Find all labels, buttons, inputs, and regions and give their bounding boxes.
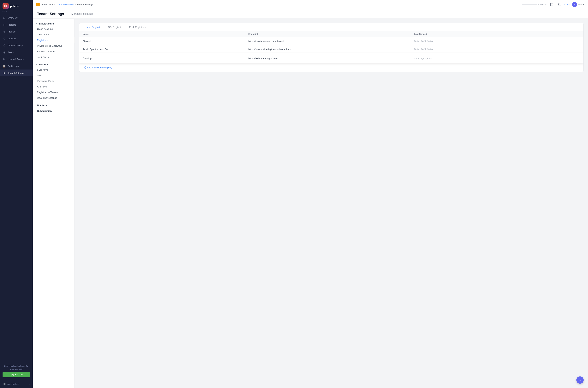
content-area: Tenant Settings Manage Registries ▼ Infr…: [33, 9, 588, 388]
help-fab-button[interactable]: [576, 376, 584, 384]
breadcrumb-admin-link[interactable]: Administration: [59, 3, 74, 6]
settings-nav-ssh-keys[interactable]: SSH Keys: [33, 67, 74, 73]
table-header-last-synced: Last Synced: [414, 33, 580, 35]
tab-oci-registries[interactable]: OCI Registries: [105, 23, 127, 31]
page-title: Tenant Settings: [37, 12, 64, 16]
settings-nav-backup-locations[interactable]: Backup Locations: [33, 49, 74, 54]
sidebar-item-users-teams[interactable]: Users & Teams: [0, 56, 33, 63]
sidebar-item-projects[interactable]: ◫ Projects: [0, 21, 33, 28]
profiles-icon: ◈: [2, 30, 6, 33]
chat-icon[interactable]: [549, 2, 554, 7]
page-header: Tenant Settings Manage Registries: [33, 9, 588, 19]
sidebar-footer: spectra cloud ‹: [0, 380, 33, 388]
sidebar: palette 4.5.3 ⊞ Overview ◫ Projects ◈ Pr…: [0, 0, 33, 388]
backup-locations-label: Backup Locations: [37, 50, 56, 53]
security-label: Security: [38, 63, 48, 66]
tab-helm-registries[interactable]: Helm Registries: [83, 23, 105, 31]
avatar-circle: JD: [572, 2, 577, 7]
platform-label: Platform: [37, 104, 47, 107]
breadcrumb-current: Tenant Settings: [77, 3, 93, 6]
sidebar-item-clusters-label: Clusters: [8, 37, 16, 40]
registries-label: Registries: [37, 39, 48, 42]
sidebar-item-tenant-settings-label: Tenant Settings: [8, 72, 24, 74]
ssh-keys-label: SSH Keys: [37, 68, 48, 71]
infrastructure-section-header[interactable]: ▼ Infrastructure: [33, 21, 74, 26]
registry-endpoint-spectro: https://spectrocloud.github.io/helm-char…: [248, 48, 414, 51]
add-circle-icon: +: [83, 66, 86, 69]
svg-point-3: [579, 379, 581, 381]
sidebar-item-tenant-settings[interactable]: ⚙ Tenant Settings: [0, 70, 33, 76]
sidebar-item-audit-logs[interactable]: 📋 Audit Logs: [0, 63, 33, 70]
registration-tokens-label: Registration Tokens: [37, 91, 58, 94]
topbar-right: 0/100KCh Docs JD User ▾: [522, 2, 584, 7]
cloud-rates-label: Cloud Rates: [37, 33, 50, 36]
settings-nav-password-policy[interactable]: Password Policy: [33, 78, 74, 84]
users-teams-icon: [2, 57, 6, 61]
table-row-datadog: Datadog https://helm.datadoghq.com Sync …: [79, 53, 584, 63]
sidebar-item-profiles-label: Profiles: [8, 30, 15, 33]
usage-bar-track: [522, 4, 537, 5]
tenant-settings-icon: ⚙: [2, 71, 6, 74]
add-new-label: Add New Helm Registry: [87, 66, 112, 69]
settings-nav-registration-tokens[interactable]: Registration Tokens: [33, 90, 74, 95]
datadog-more-button[interactable]: ⋮: [432, 56, 438, 61]
sidebar-item-clusters[interactable]: ⬡ Clusters: [0, 35, 33, 42]
tenant-selector[interactable]: T Tenant Admin ▾: [36, 3, 58, 6]
settings-nav-developer-settings[interactable]: Developer Settings: [33, 95, 74, 101]
private-cloud-gateways-label: Private Cloud Gateways: [37, 45, 62, 47]
password-policy-label: Password Policy: [37, 80, 54, 82]
logo-text: palette: [10, 4, 19, 8]
upgrade-button[interactable]: Upgrade now: [2, 372, 30, 377]
subscription-section-header[interactable]: › Subscription: [33, 108, 74, 113]
svg-point-0: [3, 58, 4, 59]
sidebar-item-overview[interactable]: ⊞ Overview: [0, 14, 33, 21]
settings-nav-sso[interactable]: SSO: [33, 73, 74, 78]
registry-synced-spectro: 20 Oct 2024, 20:00: [414, 48, 580, 51]
sidebar-item-profiles[interactable]: ◈ Profiles: [0, 28, 33, 35]
registry-sync-status-datadog: Sync in progress ⋮: [414, 56, 580, 61]
platform-section-header[interactable]: › Platform: [33, 102, 74, 108]
tabs-row: Helm Registries OCI Registries Pack Regi…: [79, 23, 584, 31]
sidebar-item-projects-label: Projects: [8, 24, 16, 26]
security-chevron: ▼: [36, 64, 37, 66]
settings-nav-cloud-accounts[interactable]: Cloud Accounts: [33, 26, 74, 32]
tenant-name: Tenant Admin: [41, 3, 55, 6]
overview-icon: ⊞: [2, 16, 6, 19]
tab-pack-registries[interactable]: Pack Registries: [126, 23, 148, 31]
subscription-chevron: ›: [36, 110, 36, 112]
version-badge: 4.5.3: [0, 10, 33, 14]
page-subtitle: Manage Registries: [72, 12, 93, 15]
add-new-helm-registry-row[interactable]: + Add New Helm Registry: [79, 63, 584, 72]
settings-nav-api-keys[interactable]: API Keys: [33, 84, 74, 90]
topbar: T Tenant Admin ▾ Administration / Tenant…: [33, 0, 588, 9]
breadcrumb: Administration / Tenant Settings: [59, 3, 93, 6]
registry-synced-bitnami: 20 Oct 2024, 20:00: [414, 40, 580, 43]
sidebar-item-roles[interactable]: ◉ Roles: [0, 49, 33, 56]
sidebar-item-audit-logs-label: Audit Logs: [8, 65, 19, 68]
api-keys-label: API Keys: [37, 85, 47, 88]
platform-chevron: ›: [36, 104, 36, 106]
user-avatar[interactable]: JD User ▾: [572, 2, 584, 7]
roles-icon: ◉: [2, 51, 6, 54]
settings-nav-audit-trails[interactable]: Audit Trails: [33, 54, 74, 60]
sidebar-item-cluster-groups[interactable]: ⬡ Cluster Groups: [0, 42, 33, 49]
table-header-endpoint: Endpoint: [248, 33, 414, 35]
infrastructure-label: Infrastructure: [38, 22, 54, 25]
docs-link[interactable]: Docs: [564, 3, 570, 6]
sidebar-logo: palette: [0, 0, 33, 10]
settings-nav-cloud-rates[interactable]: Cloud Rates: [33, 32, 74, 37]
projects-icon: ◫: [2, 23, 6, 26]
settings-nav-private-cloud-gateways[interactable]: Private Cloud Gateways: [33, 43, 74, 49]
cloud-accounts-label: Cloud Accounts: [37, 27, 53, 30]
table-row: Public Spectro Helm Repo https://spectro…: [79, 45, 584, 53]
audit-logs-icon: 📋: [2, 64, 6, 68]
bell-icon[interactable]: [557, 2, 562, 7]
settings-nav-registries[interactable]: Registries: [33, 37, 74, 43]
tenant-chevron: ▾: [56, 3, 58, 6]
sidebar-collapse-icon[interactable]: ‹: [29, 383, 30, 386]
security-section-header[interactable]: ▼ Security: [33, 61, 74, 67]
registries-panel: Helm Registries OCI Registries Pack Regi…: [79, 23, 584, 72]
upgrade-prompt: Start small and only pay for what you us…: [2, 365, 30, 370]
two-col-layout: ▼ Infrastructure Cloud Accounts Cloud Ra…: [33, 19, 588, 388]
sidebar-item-roles-label: Roles: [8, 51, 14, 54]
